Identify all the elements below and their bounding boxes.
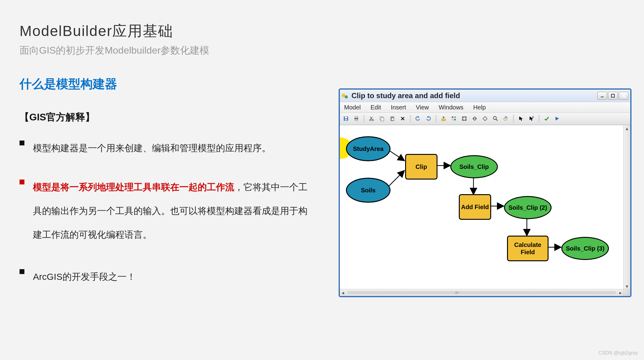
bullet-square-icon bbox=[20, 269, 24, 274]
scroll-right-icon[interactable]: ▸ bbox=[617, 290, 624, 296]
toolbar-separator bbox=[436, 115, 436, 122]
menu-insert[interactable]: Insert bbox=[391, 104, 406, 111]
node-soils[interactable]: Soils bbox=[346, 178, 390, 203]
main-title: ModelBuilder应用基础 bbox=[20, 21, 624, 41]
delete-icon[interactable] bbox=[398, 114, 407, 123]
svg-rect-7 bbox=[355, 119, 358, 121]
node-add-field[interactable]: Add Field bbox=[459, 194, 491, 220]
svg-rect-17 bbox=[454, 116, 456, 118]
svg-point-22 bbox=[532, 116, 534, 118]
maximize-button[interactable] bbox=[608, 92, 618, 100]
toolbar bbox=[340, 113, 630, 125]
bullet-text: ArcGIS的开发手段之一！ bbox=[33, 265, 136, 289]
node-studyarea[interactable]: StudyArea bbox=[346, 136, 390, 161]
svg-rect-11 bbox=[381, 118, 384, 121]
scroll-down-icon[interactable]: ▾ bbox=[624, 283, 630, 289]
bullet-item: 模型构建器是一个用来创建、编辑和管理模型的应用程序。 bbox=[20, 136, 312, 160]
svg-rect-16 bbox=[452, 116, 453, 118]
pan-icon[interactable] bbox=[502, 114, 510, 123]
svg-rect-18 bbox=[452, 119, 453, 120]
full-extent-icon[interactable] bbox=[460, 114, 469, 123]
scroll-track[interactable] bbox=[347, 291, 616, 294]
app-icon bbox=[342, 92, 348, 99]
svg-rect-1 bbox=[611, 94, 614, 97]
svg-rect-6 bbox=[355, 116, 358, 118]
connect-icon[interactable] bbox=[527, 114, 536, 123]
minimize-button[interactable] bbox=[597, 92, 607, 100]
bullet-text: 模型是将一系列地理处理工具串联在一起的工作流，它将其中一个工具的输出作为另一个工… bbox=[33, 175, 312, 247]
svg-rect-14 bbox=[391, 118, 394, 120]
bullet-item: ArcGIS的开发手段之一！ bbox=[20, 265, 312, 289]
toolbar-separator bbox=[364, 115, 364, 122]
subtitle: 面向GIS的初步开发Modelbuilder参数化建模 bbox=[20, 44, 624, 57]
toolbar-separator bbox=[513, 115, 514, 122]
scroll-thumb[interactable] bbox=[455, 291, 459, 294]
horizontal-scrollbar[interactable]: ◂ ▸ bbox=[340, 289, 624, 296]
paste-icon[interactable] bbox=[388, 114, 397, 123]
bullet-list: 模型构建器是一个用来创建、编辑和管理模型的应用程序。 模型是将一系列地理处理工具… bbox=[20, 136, 312, 289]
undo-icon[interactable] bbox=[414, 114, 422, 123]
bullet-item: 模型是将一系列地理处理工具串联在一起的工作流，它将其中一个工具的输出作为另一个工… bbox=[20, 175, 312, 247]
resize-corner[interactable] bbox=[623, 289, 630, 296]
svg-point-8 bbox=[370, 119, 371, 121]
window-titlebar[interactable]: Clip to study area and add field bbox=[340, 90, 630, 102]
menu-model[interactable]: Model bbox=[344, 104, 361, 111]
watermark: CSDN @rgb2gray bbox=[599, 350, 638, 356]
bullet-square-icon bbox=[20, 141, 24, 145]
menu-edit[interactable]: Edit bbox=[370, 104, 381, 111]
highlight-text: 模型是将一系列地理处理工具串联在一起的工作流 bbox=[33, 182, 234, 192]
bullet-text: 模型构建器是一个用来创建、编辑和管理模型的应用程序。 bbox=[33, 136, 271, 160]
node-soils-clip[interactable]: Soils_Clip bbox=[450, 155, 498, 178]
vertical-scrollbar[interactable]: ▴ ▾ bbox=[623, 125, 630, 289]
menu-help[interactable]: Help bbox=[473, 104, 486, 111]
copy-icon[interactable] bbox=[378, 114, 386, 123]
svg-rect-3 bbox=[345, 117, 347, 118]
toolbar-separator bbox=[539, 115, 539, 122]
modelbuilder-window: Clip to study area and add field Model E… bbox=[339, 88, 631, 297]
run-icon[interactable] bbox=[553, 114, 561, 123]
node-clip[interactable]: Clip bbox=[405, 154, 437, 180]
bullet-square-icon bbox=[20, 180, 24, 184]
node-calculate-field[interactable]: Calculate Field bbox=[507, 236, 549, 261]
menubar: Model Edit Insert View Windows Help bbox=[340, 102, 630, 113]
svg-rect-4 bbox=[345, 119, 347, 120]
window-title: Clip to study area and add field bbox=[351, 91, 460, 100]
fixed-zoom-in-icon[interactable] bbox=[470, 114, 479, 123]
svg-rect-19 bbox=[454, 119, 456, 120]
menu-view[interactable]: View bbox=[416, 104, 429, 111]
svg-rect-0 bbox=[601, 97, 604, 97]
fixed-zoom-out-icon[interactable] bbox=[481, 114, 489, 123]
svg-rect-15 bbox=[442, 119, 445, 121]
auto-layout-icon[interactable] bbox=[450, 114, 458, 123]
menu-windows[interactable]: Windows bbox=[439, 104, 463, 111]
select-icon[interactable] bbox=[517, 114, 525, 123]
canvas-wrap: StudyArea Soils Clip Soils_Clip Add Fiel… bbox=[340, 125, 630, 289]
print-icon[interactable] bbox=[352, 114, 361, 123]
model-canvas[interactable]: StudyArea Soils Clip Soils_Clip Add Fiel… bbox=[340, 125, 624, 289]
save-icon[interactable] bbox=[342, 114, 350, 123]
node-soils-clip-3[interactable]: Soils_Clip (3) bbox=[561, 237, 609, 260]
add-data-icon[interactable] bbox=[439, 114, 448, 123]
svg-point-21 bbox=[493, 116, 496, 119]
node-soils-clip-2[interactable]: Soils_Clip (2) bbox=[504, 196, 552, 219]
cut-icon[interactable] bbox=[367, 114, 376, 123]
toolbar-separator bbox=[410, 115, 411, 122]
validate-icon[interactable] bbox=[542, 114, 551, 123]
zoom-icon[interactable] bbox=[491, 114, 500, 123]
redo-icon[interactable] bbox=[424, 114, 433, 123]
svg-point-9 bbox=[372, 119, 373, 121]
close-button[interactable] bbox=[619, 92, 628, 100]
window-controls bbox=[597, 92, 628, 100]
scroll-up-icon[interactable]: ▴ bbox=[624, 125, 630, 131]
scroll-left-icon[interactable]: ◂ bbox=[340, 290, 346, 296]
svg-rect-13 bbox=[391, 116, 393, 117]
